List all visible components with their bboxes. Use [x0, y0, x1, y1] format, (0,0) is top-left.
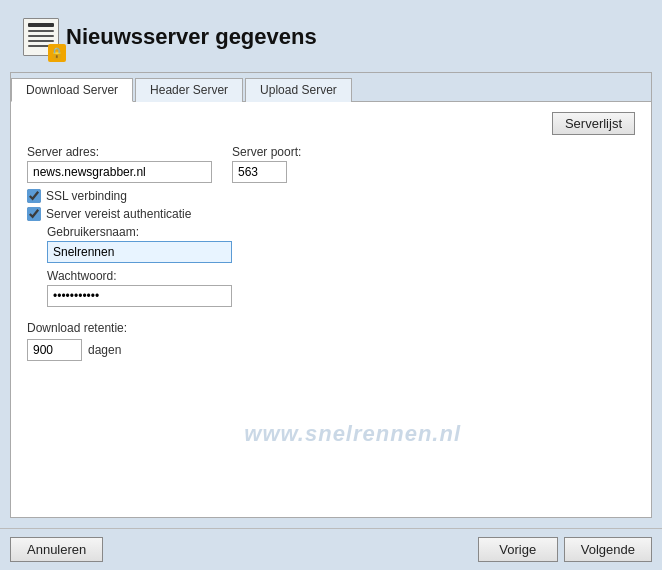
- retentie-label: Download retentie:: [27, 321, 635, 335]
- tab-download[interactable]: Download Server: [11, 78, 133, 102]
- server-adres-group: Server adres:: [27, 145, 212, 183]
- ssl-checkbox[interactable]: [27, 189, 41, 203]
- retentie-section: Download retentie: dagen: [27, 321, 635, 361]
- volgende-button[interactable]: Volgende: [564, 537, 652, 562]
- server-adres-poort-row: Server adres: Server poort:: [27, 145, 635, 183]
- username-group: Gebruikersnaam:: [47, 225, 635, 263]
- password-label: Wachtwoord:: [47, 269, 635, 283]
- ssl-row: SSL verbinding: [27, 189, 635, 203]
- page-title: Nieuwsserver gegevens: [66, 24, 317, 50]
- main-content: Download Server Header Server Upload Ser…: [0, 72, 662, 528]
- annuleren-button[interactable]: Annuleren: [10, 537, 103, 562]
- watermark: www.snelrennen.nl: [244, 421, 461, 447]
- retentie-row: dagen: [27, 339, 635, 361]
- tab-header[interactable]: Header Server: [135, 78, 243, 102]
- tab-panel: Download Server Header Server Upload Ser…: [10, 72, 652, 518]
- tab-strip: Download Server Header Server Upload Ser…: [11, 73, 651, 102]
- username-input[interactable]: [47, 241, 232, 263]
- server-poort-input[interactable]: [232, 161, 287, 183]
- bottom-bar: Annuleren Vorige Volgende: [0, 528, 662, 570]
- ssl-label: SSL verbinding: [46, 189, 127, 203]
- retentie-unit: dagen: [88, 343, 121, 357]
- password-group: Wachtwoord:: [47, 269, 635, 307]
- app-icon: 🔒: [16, 12, 66, 62]
- retentie-input[interactable]: [27, 339, 82, 361]
- serverlijst-button[interactable]: Serverlijst: [552, 112, 635, 135]
- password-input[interactable]: [47, 285, 232, 307]
- auth-row: Server vereist authenticatie: [27, 207, 635, 221]
- serverlijst-row: Serverlijst: [27, 112, 635, 135]
- lock-icon: 🔒: [48, 44, 66, 62]
- server-adres-label: Server adres:: [27, 145, 212, 159]
- auth-label: Server vereist authenticatie: [46, 207, 191, 221]
- download-tab-content: Serverlijst Server adres: Server poort: …: [11, 102, 651, 517]
- server-poort-group: Server poort:: [232, 145, 301, 183]
- vorige-button[interactable]: Vorige: [478, 537, 558, 562]
- header: 🔒 Nieuwsserver gegevens: [0, 0, 662, 72]
- bottom-right-buttons: Vorige Volgende: [478, 537, 652, 562]
- auth-checkbox[interactable]: [27, 207, 41, 221]
- server-adres-input[interactable]: [27, 161, 212, 183]
- server-poort-label: Server poort:: [232, 145, 301, 159]
- username-label: Gebruikersnaam:: [47, 225, 635, 239]
- tab-upload[interactable]: Upload Server: [245, 78, 352, 102]
